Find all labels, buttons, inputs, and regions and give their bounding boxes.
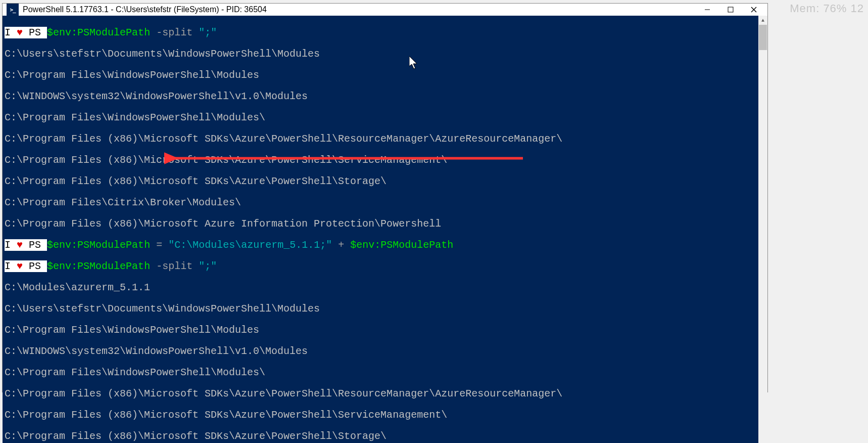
command-line-3: I ♥ PS $env:PSModulePath -split ";" (5, 261, 756, 272)
window-title: PowerShell 5.1.17763.1 - C:\Users\stefst… (23, 5, 692, 14)
output-line: C:\Program Files\Citrix\Broker\Modules\ (5, 197, 756, 208)
maximize-button[interactable] (719, 4, 742, 16)
output-line: C:\Program Files\WindowsPowerShell\Modul… (5, 325, 756, 335)
minimize-button[interactable] (696, 4, 719, 16)
output-line: C:\Program Files\WindowsPowerShell\Modul… (5, 367, 756, 378)
output-line: C:\WINDOWS\system32\WindowsPowerShell\v1… (5, 91, 756, 102)
vertical-scrollbar[interactable]: ▲ ▼ (758, 16, 767, 443)
powershell-icon (7, 4, 19, 16)
scrollbar-thumb[interactable] (759, 25, 767, 50)
svg-rect-1 (728, 7, 733, 12)
variable: $env:PSModulePath (47, 239, 150, 251)
output-line: C:\Users\stefstr\Documents\WindowsPowerS… (5, 303, 756, 314)
command-line-1: I ♥ PS $env:PSModulePath -split ";" (5, 27, 756, 38)
background-memory-text: Mem: 76% 12 (790, 2, 864, 15)
variable: $env:PSModulePath (47, 260, 150, 272)
output-line: C:\Program Files (x86)\Microsoft Azure I… (5, 218, 756, 229)
output-line: C:\Program Files (x86)\Microsoft SDKs\Az… (5, 134, 756, 144)
terminal-area: I ♥ PS $env:PSModulePath -split ";" C:\U… (3, 16, 767, 443)
output-line: C:\Users\stefstr\Documents\WindowsPowerS… (5, 49, 756, 59)
command-line-2: I ♥ PS $env:PSModulePath = "C:\Modules\a… (5, 240, 756, 250)
output-line: C:\Program Files (x86)\Microsoft SDKs\Az… (5, 431, 756, 441)
output-line: C:\Program Files (x86)\Microsoft SDKs\Az… (5, 176, 756, 187)
output-line: C:\Program Files (x86)\Microsoft SDKs\Az… (5, 155, 756, 165)
output-line: C:\Program Files (x86)\Microsoft SDKs\Az… (5, 410, 756, 420)
variable: $env:PSModulePath (350, 239, 453, 251)
output-line: C:\Program Files\WindowsPowerShell\Modul… (5, 112, 756, 123)
output-line: C:\Program Files (x86)\Microsoft SDKs\Az… (5, 388, 756, 399)
scrollbar-up-arrow-icon[interactable]: ▲ (758, 16, 767, 25)
terminal-content[interactable]: I ♥ PS $env:PSModulePath -split ";" C:\U… (3, 16, 758, 443)
output-line-highlighted: C:\Modules\azurerm_5.1.1 (5, 282, 756, 293)
output-line: C:\Program Files\WindowsPowerShell\Modul… (5, 70, 756, 80)
powershell-window: PowerShell 5.1.17763.1 - C:\Users\stefst… (2, 3, 768, 392)
variable: $env:PSModulePath (47, 27, 150, 38)
heart-icon: ♥ (17, 239, 23, 251)
output-line: C:\WINDOWS\system32\WindowsPowerShell\v1… (5, 346, 756, 357)
close-button[interactable] (742, 4, 765, 16)
heart-icon: ♥ (17, 260, 23, 272)
heart-icon: ♥ (17, 27, 23, 38)
titlebar[interactable]: PowerShell 5.1.17763.1 - C:\Users\stefst… (3, 4, 767, 16)
window-controls (696, 4, 765, 16)
